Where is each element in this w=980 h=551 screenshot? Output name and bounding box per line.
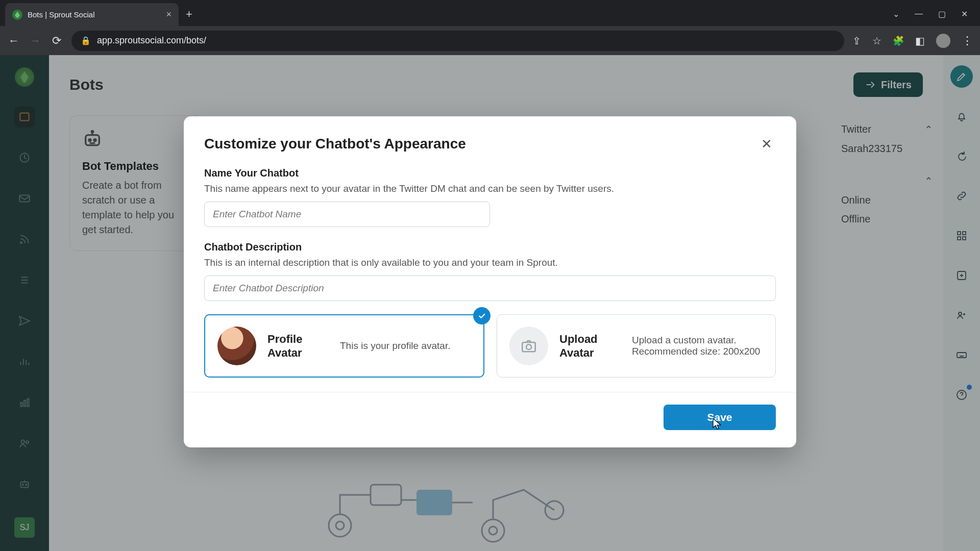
window-controls: ⌄ — ▢ ✕ [893,9,980,26]
sprout-favicon-icon [12,10,22,20]
selected-check-icon [473,307,491,324]
window-maximize-icon[interactable]: ▢ [938,9,946,19]
address-bar[interactable]: 🔒 app.sproutsocial.com/bots/ [71,31,844,51]
bookmark-star-icon[interactable]: ☆ [872,35,881,47]
name-section-desc: This name appears next to your avatar in… [204,183,776,194]
window-minimize-icon[interactable]: — [915,9,923,19]
customize-chatbot-modal: Customize your Chatbot's Appearance ✕ Na… [184,116,796,447]
profile-avatar-image [217,327,256,365]
new-tab-button[interactable]: + [186,8,192,21]
avatar-upload-desc: Upload a custom avatar. Recommended size… [632,335,763,357]
camera-icon [509,327,548,365]
modal-overlay: Customize your Chatbot's Appearance ✕ Na… [0,55,980,551]
extensions-icon[interactable]: 🧩 [893,35,904,46]
modal-close-button[interactable]: ✕ [757,135,776,153]
chatbot-name-input[interactable] [204,202,490,227]
profile-avatar-icon[interactable] [936,34,950,48]
chatbot-description-input[interactable] [204,276,776,301]
window-history-icon[interactable]: ⌄ [893,9,899,19]
modal-title: Customize your Chatbot's Appearance [204,136,466,152]
desc-section-label: Chatbot Description [204,241,776,253]
svg-rect-31 [522,342,535,352]
avatar-upload-title: Upload Avatar [559,332,621,360]
nav-back-icon[interactable]: ← [7,34,20,47]
svg-point-32 [526,344,531,349]
side-panel-icon[interactable]: ◧ [915,35,925,47]
browser-tabstrip: Bots | Sprout Social × + ⌄ — ▢ ✕ [0,0,980,26]
name-section-label: Name Your Chatbot [204,167,776,179]
share-icon[interactable]: ⇪ [852,35,861,47]
browser-tab[interactable]: Bots | Sprout Social × [5,3,179,26]
nav-reload-icon[interactable]: ⟳ [50,34,63,47]
avatar-option-upload[interactable]: Upload Avatar Upload a custom avatar. Re… [497,314,776,378]
save-button[interactable]: Save [664,405,776,430]
avatar-profile-desc: This is your profile avatar. [340,340,471,352]
window-close-icon[interactable]: ✕ [961,9,968,19]
avatar-option-profile[interactable]: Profile Avatar This is your profile avat… [204,314,484,378]
avatar-profile-title: Profile Avatar [267,332,329,360]
browser-toolbar: ← → ⟳ 🔒 app.sproutsocial.com/bots/ ⇪ ☆ 🧩… [0,26,980,55]
nav-forward-icon: → [29,34,42,47]
desc-section-desc: This is an internal description that is … [204,257,776,268]
chrome-menu-icon[interactable]: ⋮ [962,34,973,47]
app-root: SJ Bots Filters Bot Templates Create a b… [0,55,980,551]
tab-close-icon[interactable]: × [166,9,172,20]
tab-title: Bots | Sprout Social [28,10,161,19]
lock-icon: 🔒 [81,36,91,45]
url-text: app.sproutsocial.com/bots/ [97,35,206,46]
